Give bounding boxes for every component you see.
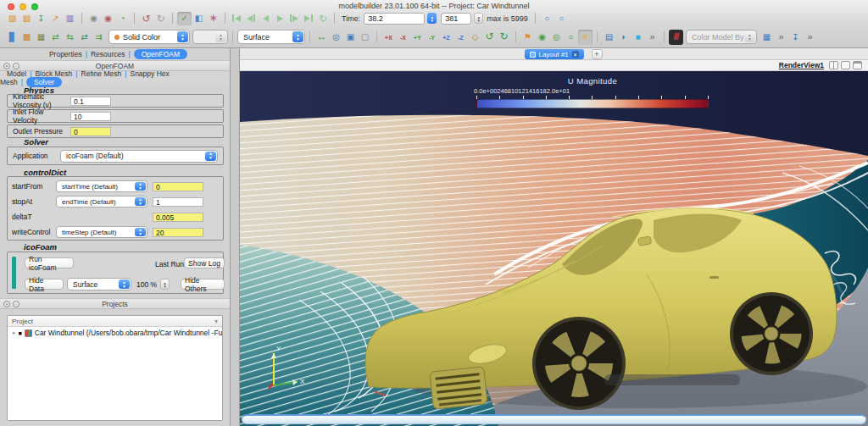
rescale-temporal-range-icon[interactable]: ⇄ — [77, 30, 92, 45]
opacity-stepper[interactable]: ▴▾ — [160, 279, 170, 290]
rotate-90-cw-button[interactable]: ↻ — [497, 29, 511, 44]
horizontal-scrollbar[interactable] — [242, 414, 866, 424]
dock-float-icon[interactable]: ▫ — [13, 301, 19, 307]
writecontrol-select[interactable]: timeStep (Default)▴▾ — [56, 226, 147, 238]
set-view-plus-z-button[interactable]: +Z — [439, 30, 453, 45]
adjust-camera-icon[interactable]: ⚑ — [520, 30, 535, 45]
view-name-label[interactable]: RenderView1 — [779, 61, 824, 69]
time-zoom-in-icon[interactable]: ○ — [540, 12, 554, 25]
first-frame-button[interactable] — [230, 12, 243, 25]
undo-icon[interactable]: ↺ — [139, 12, 153, 25]
dock-close-icon[interactable]: × — [3, 301, 10, 307]
dock-float-icon[interactable]: ▫ — [13, 63, 19, 69]
spreadsheet-icon[interactable]: ▦ — [760, 30, 774, 45]
screenshot-icon[interactable]: ◉ — [86, 12, 101, 25]
rescale-to-data-range-icon[interactable]: ⇄ — [48, 30, 63, 45]
deltat-input[interactable]: 0.005 — [153, 213, 203, 222]
probe-location-icon[interactable]: ↧ — [788, 30, 803, 45]
writecontrol-input[interactable]: 20 — [153, 228, 203, 237]
run-icofoam-button[interactable]: Run icoFoam — [25, 257, 74, 268]
zoom-box-icon[interactable]: ▢ — [358, 30, 372, 45]
play-button[interactable] — [273, 12, 287, 25]
show-orientation-axes-icon[interactable]: ◉ — [535, 30, 549, 45]
more-tools-chevron-3[interactable]: » — [803, 29, 817, 44]
new-layout-tab-button[interactable]: + — [592, 49, 603, 59]
tab-openfoam[interactable]: OpenFOAM — [134, 49, 187, 59]
cone-sphere-icon[interactable]: ◗ — [616, 30, 631, 45]
more-tools-chevron-2[interactable]: » — [774, 29, 788, 44]
loop-button[interactable]: ↻ — [316, 12, 330, 25]
more-tools-chevron-1[interactable]: » — [645, 29, 659, 44]
expander-icon[interactable]: ▸ — [13, 329, 16, 336]
representation-select[interactable]: Surface ▴▾ — [237, 30, 305, 44]
data-layers-icon[interactable]: ▤ — [602, 30, 616, 45]
use-separate-color-map-icon[interactable]: ▦ — [34, 30, 48, 45]
cube-icon[interactable]: ■ — [631, 30, 645, 45]
color-legend[interactable]: U Magnitude 0.0e+00246810121416182.0e+01 — [474, 76, 711, 108]
color-by-select[interactable]: Solid Color ▴▾ — [108, 30, 190, 44]
frame-input[interactable]: 381 — [441, 13, 471, 25]
hide-data-button[interactable]: Hide Data — [25, 279, 64, 290]
outlet-pressure-input[interactable]: 0 — [70, 127, 111, 136]
rescale-custom-range-icon[interactable]: ⇆ — [63, 30, 77, 45]
last-frame-button[interactable] — [302, 12, 315, 25]
timer-icon[interactable]: ◔ — [115, 12, 130, 25]
frame-stepper[interactable]: ▴▾ — [474, 13, 483, 24]
split-vertical-icon[interactable] — [841, 61, 850, 69]
paint-bucket-icon[interactable]: ◧ — [192, 12, 206, 25]
panel-splitter[interactable] — [231, 48, 240, 426]
set-view-minus-x-button[interactable]: -X — [396, 30, 410, 45]
project-item[interactable]: ▸ ■ Car Windtunnel (/Users/bob.obara/tmp… — [8, 327, 222, 337]
kinematic-viscosity-input[interactable]: 0.1 — [70, 97, 111, 106]
next-frame-button[interactable] — [287, 12, 301, 25]
split-horizontal-icon[interactable] — [829, 61, 838, 69]
rotate-90-ccw-button[interactable]: ↺ — [482, 29, 497, 44]
headlight-icon[interactable]: ☀ — [578, 30, 593, 45]
opacity-value[interactable]: 100 % — [136, 280, 157, 289]
startfrom-select[interactable]: startTime (Default)▴▾ — [56, 180, 147, 192]
previous-frame-button[interactable] — [244, 12, 258, 25]
toggle-color-legend-icon[interactable]: ▊ — [5, 30, 19, 45]
set-view-plus-x-button[interactable]: +X — [381, 30, 396, 45]
dock-close-icon[interactable]: × — [3, 63, 10, 69]
icofoam-representation-select[interactable]: Surface ▴▾ — [67, 278, 131, 290]
inlet-flow-velocity-input[interactable]: 10 — [70, 112, 111, 121]
tab-properties[interactable]: Properties — [49, 50, 82, 58]
projects-tree-header[interactable]: Project ▾ — [8, 316, 222, 327]
redo-icon[interactable]: ↻ — [153, 12, 168, 25]
tab-resources[interactable]: Resources — [91, 50, 125, 58]
time-zoom-out-icon[interactable]: ○ — [554, 12, 569, 25]
edit-color-map-icon[interactable]: ▩ — [19, 30, 34, 45]
zoom-closest-icon[interactable]: ▣ — [343, 30, 358, 45]
rescale-visible-range-icon[interactable]: ⇉ — [92, 30, 106, 45]
set-view-minus-z-button[interactable]: -Z — [453, 30, 468, 45]
close-tab-icon[interactable]: ✕ — [572, 51, 579, 58]
maximize-view-icon[interactable] — [853, 61, 862, 69]
stopat-input[interactable]: 1 — [153, 197, 203, 207]
stopat-select[interactable]: endTime (Default)▴▾ — [56, 196, 147, 207]
application-select[interactable]: icoFoam (Default) ▴▾ — [60, 150, 218, 163]
time-input[interactable]: 38.2 — [364, 13, 425, 25]
save-data-icon[interactable]: ▧ — [19, 12, 34, 25]
open-folder-icon[interactable]: ▨ — [5, 12, 19, 25]
set-view-minus-y-button[interactable]: -Y — [425, 30, 439, 45]
auto-apply-icon[interactable]: ✓ — [177, 12, 192, 25]
layout-tab[interactable]: Layout #1 ✕ — [524, 49, 583, 59]
hide-others-button[interactable]: Hide Others — [181, 279, 225, 290]
import-data-icon[interactable]: ↧ — [34, 12, 48, 25]
zoom-to-data-icon[interactable]: ◎ — [329, 30, 343, 45]
show-center-axes-icon[interactable]: ◎ — [549, 30, 564, 45]
show-log-button[interactable]: Show Log — [184, 257, 225, 268]
set-view-plus-y-button[interactable]: +Y — [410, 30, 425, 45]
render-view[interactable]: U Magnitude 0.0e+00246810121416182.0e+01… — [240, 71, 868, 426]
palette-icon[interactable]: ∗ — [206, 11, 220, 25]
play-reverse-button[interactable] — [259, 12, 272, 25]
export-data-icon[interactable]: ↗ — [48, 12, 63, 25]
edit-charts-icon[interactable]: ▥ — [63, 12, 77, 25]
isometric-view-button[interactable]: ◇ — [468, 30, 482, 45]
startfrom-input[interactable]: 0 — [153, 182, 203, 191]
color-map-editor-icon[interactable]: /// — [669, 30, 683, 45]
pick-center-icon[interactable]: ○ — [564, 30, 578, 45]
reset-camera-icon[interactable]: ↔ — [314, 29, 329, 44]
record-animation-icon[interactable]: ◉ — [101, 12, 115, 25]
